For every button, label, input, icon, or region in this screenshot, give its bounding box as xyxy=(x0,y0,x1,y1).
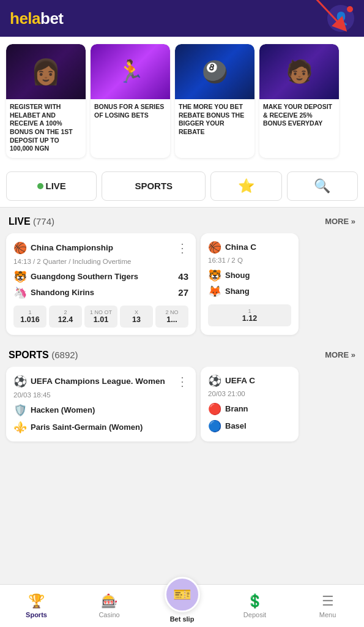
match-header-2: 🏀 China C xyxy=(208,241,291,254)
deposit-icon: 💲 xyxy=(247,593,263,609)
team2-name-2: 🦊 Shang xyxy=(208,285,250,298)
nav-item-betslip[interactable]: 🎫 Bet slip xyxy=(146,577,218,623)
header-right: 👤 xyxy=(327,5,354,32)
menu-icon: ☰ xyxy=(322,593,334,609)
search-icon: 🔍 xyxy=(314,178,330,194)
promo-image-2: 🏃 xyxy=(91,44,170,99)
nav-item-deposit[interactable]: 💲 Deposit xyxy=(218,588,291,623)
sports-team2-1: ⚜️ Paris Saint-Germain (Women) xyxy=(13,421,188,434)
basketball-icon-1: 🏀 xyxy=(13,241,27,255)
live-section-header: LIVE (774) MORE » xyxy=(0,208,364,233)
soccer-icon-1: ⚽ xyxy=(13,375,27,388)
team-row-1: 🐯 Guangdong Southern Tigers 43 xyxy=(13,270,188,283)
promo-card-3[interactable]: 🎱 THE MORE YOU BET REBATE BONUS THE BIGG… xyxy=(175,44,254,158)
tab-favorites[interactable]: ⭐ xyxy=(210,171,281,201)
trophy-icon: 🏆 xyxy=(28,593,45,609)
promo-card-1[interactable]: 👩🏾 REGISTER WITH HELABET AND RECEIVE A 1… xyxy=(6,44,86,158)
sports-match-time-2: 20/03 21:00 xyxy=(208,390,291,397)
betslip-circle: 🎫 xyxy=(165,577,200,612)
live-more-link[interactable]: MORE » xyxy=(325,217,355,226)
team1-score-1: 43 xyxy=(178,271,188,282)
nav-label-menu: Menu xyxy=(319,611,336,618)
sports-match-header-1: ⚽ UEFA Champions League. Women ⋮ xyxy=(13,374,188,389)
team-row-3: 🐯 Shoug xyxy=(208,269,291,282)
live-section-title: LIVE (774) xyxy=(9,216,54,227)
odd-btn-1-5[interactable]: 2 NO 1... xyxy=(155,306,188,328)
sports-more-dots-1[interactable]: ⋮ xyxy=(176,374,188,389)
logo: helabet xyxy=(10,9,64,28)
tab-search[interactable]: 🔍 xyxy=(287,171,358,201)
odds-row-2: 1 1.12 xyxy=(208,304,291,326)
nav-item-sports[interactable]: 🏆 Sports xyxy=(0,588,73,623)
profile-icon: 👤 xyxy=(333,11,349,26)
promo-text-4: MAKE YOUR DEPOSIT & RECEIVE 25% BONUS EV… xyxy=(259,99,339,133)
nav-label-betslip: Bet slip xyxy=(170,615,195,623)
team1-name-2: 🐯 Shoug xyxy=(208,269,250,282)
promo-card-4[interactable]: 🧑🏾 MAKE YOUR DEPOSIT & RECEIVE 25% BONUS… xyxy=(259,44,339,158)
team1-name-1: 🐯 Guangdong Southern Tigers xyxy=(13,270,138,283)
notification-dot xyxy=(347,6,353,12)
sports-teams-1: 🛡️ Hacken (Women) ⚜️ Paris Saint-Germain… xyxy=(13,404,188,434)
match-time-1: 14:13 / 2 Quarter / Including Overtime xyxy=(13,258,188,265)
promo-text-1: REGISTER WITH HELABET AND RECEIVE A 100%… xyxy=(6,99,86,158)
nav-item-menu[interactable]: ☰ Menu xyxy=(291,588,364,623)
tab-sports[interactable]: SPORTS xyxy=(102,171,206,201)
logo-bet: bet xyxy=(40,9,64,28)
team2-icon-1: 🦄 xyxy=(13,286,27,299)
tab-sports-label: SPORTS xyxy=(135,181,173,191)
live-cards-row: 🏀 China Championship ⋮ 14:13 / 2 Quarter… xyxy=(0,233,364,341)
team2-name-1: 🦄 Shandong Kirins xyxy=(13,286,94,299)
match-header-1: 🏀 China Championship ⋮ xyxy=(13,241,188,255)
promo-text-3: THE MORE YOU BET REBATE BONUS THE BIGGER… xyxy=(175,99,254,141)
promo-section: 👩🏾 REGISTER WITH HELABET AND RECEIVE A 1… xyxy=(0,37,364,165)
nav-label-deposit: Deposit xyxy=(243,611,266,618)
star-icon: ⭐ xyxy=(238,178,254,194)
soccer-icon-2: ⚽ xyxy=(208,374,221,388)
odd-btn-2-1[interactable]: 1 1.12 xyxy=(208,304,291,326)
nav-item-casino[interactable]: 🎰 Casino xyxy=(73,588,146,623)
match-league-2: 🏀 China C xyxy=(208,241,256,254)
header: helabet 👤 xyxy=(0,0,364,37)
odd-btn-1-1[interactable]: 1 1.016 xyxy=(13,306,46,328)
match-league-1: 🏀 China Championship xyxy=(13,241,113,255)
sports-section-title: SPORTS (6892) xyxy=(9,350,78,361)
sports-cards-row: ⚽ UEFA Champions League. Women ⋮ 20/03 1… xyxy=(0,367,364,448)
sports-section-header: SPORTS (6892) MORE » xyxy=(0,341,364,367)
odd-btn-1-4[interactable]: X 13 xyxy=(120,306,153,328)
sports-match-card-2: ⚽ UEFA C 20/03 21:00 🔴 Brann 🔵 Basel xyxy=(201,367,299,441)
sports-team1-icon-1: 🛡️ xyxy=(13,404,27,417)
team-row-4: 🦊 Shang xyxy=(208,285,291,298)
odd-btn-1-3[interactable]: 1 NO OT 1.01 xyxy=(84,306,117,328)
sports-match-time-1: 20/03 18:45 xyxy=(13,391,188,399)
sports-team1-1: 🛡️ Hacken (Women) xyxy=(13,404,188,417)
team1-icon-1: 🐯 xyxy=(13,270,27,283)
promo-card-2[interactable]: 🏃 BONUS FOR A SERIES OF LOSING BETS xyxy=(91,44,170,158)
match-teams-2: 🐯 Shoug 🦊 Shang xyxy=(208,269,291,298)
logo-hela: hela xyxy=(10,9,40,28)
nav-label-sports: Sports xyxy=(26,611,47,618)
match-teams-1: 🐯 Guangdong Southern Tigers 43 🦄 Shandon… xyxy=(13,270,188,299)
live-dot xyxy=(37,183,43,189)
sports-more-link[interactable]: MORE » xyxy=(325,350,355,359)
odd-btn-1-2[interactable]: 2 12.4 xyxy=(49,306,82,328)
basketball-icon-2: 🏀 xyxy=(208,241,221,254)
team-row-2: 🦄 Shandong Kirins 27 xyxy=(13,286,188,299)
match-more-dots-1[interactable]: ⋮ xyxy=(176,241,188,255)
bottom-nav: 🏆 Sports 🎰 Casino 🎫 Bet slip 💲 Deposit ☰… xyxy=(0,584,364,627)
team3-icon: 🐯 xyxy=(208,269,221,282)
sports-match-card-1: ⚽ UEFA Champions League. Women ⋮ 20/03 1… xyxy=(6,367,196,441)
promo-image-1: 👩🏾 xyxy=(6,44,86,99)
promo-image-3: 🎱 xyxy=(175,44,254,99)
sports-count: (6892) xyxy=(51,350,78,360)
sports-team1-2: 🔴 Brann xyxy=(208,402,291,416)
live-match-card-1: 🏀 China Championship ⋮ 14:13 / 2 Quarter… xyxy=(6,233,196,335)
sports-team2-icon-2: 🔵 xyxy=(208,419,221,433)
sports-teams-2: 🔴 Brann 🔵 Basel xyxy=(208,402,291,433)
odds-row-1: 1 1.016 2 12.4 1 NO OT 1.01 X 13 2 NO xyxy=(13,306,188,328)
sports-match-league-1: ⚽ UEFA Champions League. Women xyxy=(13,375,165,388)
sports-team2-2: 🔵 Basel xyxy=(208,419,291,433)
sports-match-league-2: ⚽ UEFA C xyxy=(208,374,255,388)
betslip-icon: 🎫 xyxy=(173,586,191,603)
team4-icon: 🦊 xyxy=(208,285,221,298)
tab-live[interactable]: LIVE xyxy=(6,171,97,201)
